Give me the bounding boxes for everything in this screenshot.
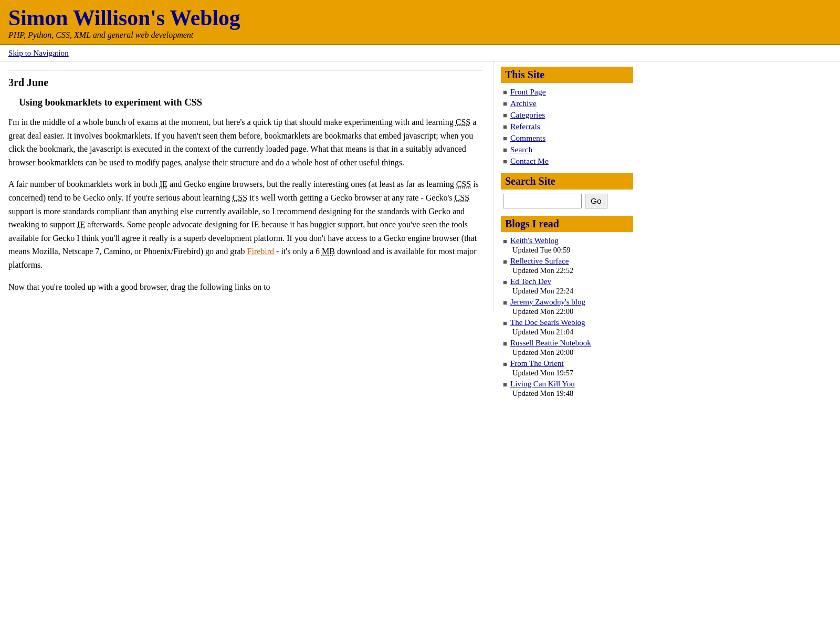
bullet-icon: ■	[503, 146, 507, 154]
categories-link[interactable]: Categories	[510, 110, 545, 120]
date-heading: 3rd June	[8, 70, 482, 89]
skip-nav-bar: Skip to Navigation	[0, 45, 840, 61]
bullet-icon: ■	[503, 100, 507, 108]
blog-link[interactable]: Jeremy Zawodny's blog	[510, 298, 585, 307]
bullet-icon: ■	[503, 319, 507, 328]
bullet-icon: ■	[503, 158, 507, 166]
blog-link[interactable]: The Doc Searls Weblog	[510, 318, 585, 327]
list-item: ■ From The Orient Updated Mon 19:57	[503, 359, 633, 377]
paragraph-2: A fair number of bookmarklets work in bo…	[8, 177, 482, 271]
paragraph-3: Now that you're tooled up with a good br…	[8, 280, 482, 294]
blog-updated: Updated Mon 22:24	[503, 287, 573, 296]
this-site-title: This Site	[501, 67, 633, 83]
skip-to-navigation-link[interactable]: Skip to Navigation	[8, 48, 69, 57]
firebird-link[interactable]: Firebird	[247, 247, 275, 256]
list-item: ■ Jeremy Zawodny's blog Updated Mon 22:0…	[503, 298, 633, 316]
sidebar: This Site ■ Front Page ■ Archive ■ Categ…	[494, 61, 640, 407]
list-item: ■ Front Page	[503, 87, 633, 97]
bullet-icon: ■	[503, 258, 507, 266]
referrals-link[interactable]: Referrals	[510, 122, 540, 131]
contact-me-link[interactable]: Contact Me	[510, 156, 549, 166]
blog-updated: Updated Mon 22:52	[503, 266, 573, 275]
blog-link[interactable]: Russell Beattie Notebook	[510, 339, 591, 348]
list-item: ■ Comments	[503, 133, 633, 143]
list-item: ■ Keith's Weblog Updated Tue 00:59	[503, 236, 633, 255]
blog-updated: Updated Mon 19:48	[503, 389, 573, 398]
blog-updated: Updated Mon 19:57	[503, 369, 573, 377]
bullet-icon: ■	[503, 381, 507, 389]
paragraph-1: I'm in the middle of a whole bunch of ex…	[8, 116, 482, 169]
blog-link[interactable]: From The Orient	[510, 359, 564, 368]
list-item: ■ Ed Tech Dev Updated Mon 22:24	[503, 277, 633, 296]
front-page-link[interactable]: Front Page	[510, 87, 546, 97]
main-content: 3rd June Using bookmarklets to experimen…	[0, 61, 494, 312]
search-go-button[interactable]: Go	[585, 194, 607, 208]
list-item: ■ Archive	[503, 99, 633, 108]
this-site-list: ■ Front Page ■ Archive ■ Categories ■ Re…	[501, 87, 633, 166]
bullet-icon: ■	[503, 340, 507, 348]
list-item: ■ Search	[503, 145, 633, 154]
blog-link[interactable]: Ed Tech Dev	[510, 277, 551, 286]
search-input[interactable]	[503, 194, 582, 208]
list-item: ■ Russell Beattie Notebook Updated Mon 2…	[503, 339, 633, 357]
blogs-list: ■ Keith's Weblog Updated Tue 00:59 ■ Ref…	[501, 236, 633, 398]
post-body: I'm in the middle of a whole bunch of ex…	[8, 116, 482, 293]
blog-updated: Updated Mon 21:04	[503, 328, 573, 337]
list-item: ■ Contact Me	[503, 156, 633, 166]
bullet-icon: ■	[503, 278, 507, 287]
site-header: Simon Willison's Weblog PHP, Python, CSS…	[0, 0, 840, 45]
comments-link[interactable]: Comments	[510, 133, 545, 143]
bullet-icon: ■	[503, 299, 507, 307]
list-item: ■ The Doc Searls Weblog Updated Mon 21:0…	[503, 318, 633, 337]
blog-link[interactable]: Keith's Weblog	[510, 236, 559, 245]
list-item: ■ Categories	[503, 110, 633, 120]
blog-link[interactable]: Living Can Kill You	[510, 380, 575, 388]
blog-updated: Updated Tue 00:59	[503, 246, 571, 255]
list-item: ■ Referrals	[503, 122, 633, 131]
blog-link[interactable]: Reflective Surface	[510, 257, 569, 266]
search-link[interactable]: Search	[510, 145, 532, 154]
list-item: ■ Living Can Kill You Updated Mon 19:48	[503, 380, 633, 398]
bullet-icon: ■	[503, 134, 507, 143]
bullet-icon: ■	[503, 123, 507, 131]
list-item: ■ Reflective Surface Updated Mon 22:52	[503, 257, 633, 275]
bullet-icon: ■	[503, 237, 507, 246]
blogs-title: Blogs I read	[501, 216, 633, 232]
bullet-icon: ■	[503, 88, 507, 97]
post-title: Using bookmarklets to experiment with CS…	[19, 97, 482, 108]
blog-updated: Updated Mon 22:00	[503, 307, 573, 316]
blog-updated: Updated Mon 20:00	[503, 348, 573, 357]
site-tagline: PHP, Python, CSS, XML and general web de…	[8, 30, 832, 40]
search-site-title: Search Site	[501, 173, 633, 190]
archive-link[interactable]: Archive	[510, 99, 537, 108]
bullet-icon: ■	[503, 111, 507, 120]
bullet-icon: ■	[503, 360, 507, 369]
search-form: Go	[501, 194, 633, 208]
site-title: Simon Willison's Weblog	[8, 5, 832, 30]
